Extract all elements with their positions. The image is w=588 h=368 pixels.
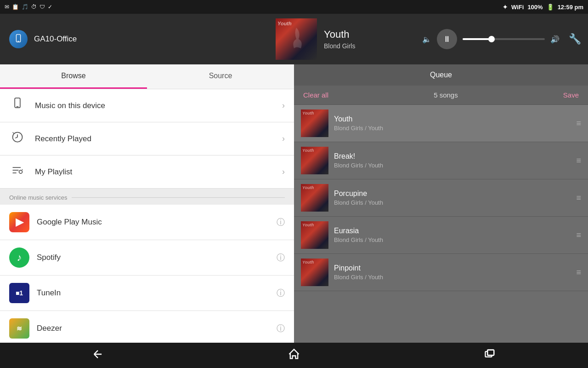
device-label: Music on this device [35, 101, 273, 110]
queue-item-3[interactable]: Youth Eurasia Blond Girls / Youth ≡ [294, 217, 588, 254]
queue-handle-0[interactable]: ≡ [576, 119, 581, 128]
queue-track-info-0: Youth Blond Girls / Youth [334, 115, 571, 132]
playlist-icon [9, 164, 26, 180]
queue-track-sub-2: Blond Girls / Youth [334, 199, 571, 206]
progress-thumb [488, 36, 495, 42]
music-icon: 🎵 [22, 4, 28, 10]
settings-icon[interactable]: 🔧 [569, 33, 581, 45]
queue-track-sub-1: Blond Girls / Youth [334, 162, 571, 169]
timer-icon: ⏱ [31, 4, 37, 10]
track-artist: Blond Girls [324, 42, 355, 50]
queue-track-name-0: Youth [334, 115, 571, 123]
queue-count: 5 songs [434, 91, 458, 99]
service-google-play[interactable]: ▶ Google Play Music ⓘ [0, 205, 294, 240]
deezer-label: Deezer [37, 324, 269, 333]
tunein-icon: ■1 [9, 283, 29, 303]
tab-browse[interactable]: Browse [0, 64, 147, 89]
service-deezer[interactable]: ≋ Deezer ⓘ [0, 311, 294, 343]
check-icon: ✓ [48, 4, 52, 10]
queue-thumb-1: Youth [301, 147, 328, 174]
playlist-label: My Playlist [35, 167, 273, 177]
svg-point-8 [19, 170, 23, 173]
queue-item-4[interactable]: Youth Pinpoint Blond Girls / Youth ≡ [294, 254, 588, 291]
volume-high-icon: 🔊 [550, 35, 560, 44]
deezer-icon: ≋ [9, 318, 29, 339]
back-button[interactable] [82, 344, 113, 367]
online-services-section: Online music services [0, 189, 294, 205]
clear-all-button[interactable]: Clear all [303, 91, 328, 99]
queue-track-sub-3: Blond Girls / Youth [334, 236, 571, 243]
sidebar-item-device[interactable]: Music on this device › [0, 89, 294, 122]
sidebar-item-playlist[interactable]: My Playlist › [0, 155, 294, 189]
divider-line [72, 197, 285, 198]
queue-item-0[interactable]: Youth Youth Blond Girls / Youth ≡ [294, 105, 588, 142]
deezer-info-icon[interactable]: ⓘ [277, 323, 285, 334]
wifi-icon: WiFi [511, 4, 524, 11]
save-queue-button[interactable]: Save [563, 91, 579, 99]
queue-track-name-1: Break! [334, 152, 571, 161]
recent-label: Recently Played [35, 134, 273, 144]
queue-header: Queue [294, 64, 588, 86]
spotify-icon: ♪ [9, 247, 29, 268]
queue-track-name-2: Porcupine [334, 190, 571, 198]
playback-controls[interactable]: 🔈 ⏸ 🔊 [418, 29, 564, 49]
pause-button[interactable]: ⏸ [437, 29, 457, 49]
google-play-info-icon[interactable]: ⓘ [277, 217, 285, 228]
album-art-inner: Youth [276, 18, 317, 60]
mail-icon: ✉ [5, 4, 9, 10]
online-services-label: Online music services [9, 194, 67, 201]
progress-bar[interactable] [463, 38, 545, 40]
status-bar: ✉ 📋 🎵 ⏱ 🛡 ✓ ✦ WiFi 100% 🔋 12:59 pm [0, 0, 588, 14]
recents-button[interactable] [475, 344, 506, 367]
queue-track-sub-0: Blond Girls / Youth [334, 125, 571, 132]
svg-rect-11 [487, 350, 494, 355]
volume-low-icon: 🔈 [422, 35, 431, 44]
queue-actions: Clear all 5 songs Save [294, 86, 588, 105]
queue-thumb-3: Youth [301, 221, 328, 249]
shield-icon: 🛡 [40, 4, 45, 10]
album-art: Youth [276, 18, 317, 60]
progress-fill [463, 38, 492, 40]
service-spotify[interactable]: ♪ Spotify ⓘ [0, 240, 294, 276]
queue-handle-1[interactable]: ≡ [576, 156, 581, 166]
sidebar-item-recent[interactable]: Recently Played › [0, 122, 294, 155]
tunein-label: TuneIn [37, 288, 269, 298]
queue-thumb-2: Youth [301, 184, 328, 212]
queue-item-1[interactable]: Youth Break! Blond Girls / Youth ≡ [294, 142, 588, 179]
now-playing-bar: GA10-Office Youth Youth Blond Girls 🔈 ⏸ … [0, 14, 588, 64]
tunein-info-icon[interactable]: ⓘ [277, 288, 285, 299]
device-info: GA10-Office [0, 30, 271, 48]
sidebar-tabs: Browse Source [0, 64, 294, 89]
device-chevron: › [282, 101, 285, 110]
spotify-label: Spotify [37, 253, 269, 262]
device-music-icon [9, 98, 26, 114]
google-play-icon: ▶ [9, 212, 29, 232]
queue-thumb-4: Youth [301, 259, 328, 286]
service-tunein[interactable]: ■1 TuneIn ⓘ [0, 276, 294, 311]
queue-handle-2[interactable]: ≡ [576, 193, 581, 203]
status-icons: ✉ 📋 🎵 ⏱ 🛡 ✓ [5, 4, 52, 10]
queue-list: Youth Youth Blond Girls / Youth ≡ Youth … [294, 105, 588, 343]
queue-item-2[interactable]: Youth Porcupine Blond Girls / Youth ≡ [294, 179, 588, 217]
recent-chevron: › [282, 134, 285, 144]
battery-icon: 🔋 [547, 4, 554, 11]
tab-source[interactable]: Source [147, 64, 294, 89]
google-play-label: Google Play Music [37, 218, 269, 227]
track-title: Youth [324, 29, 355, 40]
queue-handle-4[interactable]: ≡ [576, 268, 581, 277]
bottom-nav [0, 343, 588, 368]
queue-handle-3[interactable]: ≡ [576, 230, 581, 240]
device-icon [9, 30, 28, 48]
queue-panel: Queue Clear all 5 songs Save Youth Youth… [294, 64, 588, 343]
clipboard-icon: 📋 [12, 4, 19, 10]
queue-track-sub-4: Blond Girls / Youth [334, 274, 571, 281]
clock: 12:59 pm [558, 4, 583, 11]
device-name: GA10-Office [34, 34, 77, 44]
spotify-info-icon[interactable]: ⓘ [277, 252, 285, 263]
queue-track-info-2: Porcupine Blond Girls / Youth [334, 190, 571, 206]
sidebar: Browse Source Music on this device › [0, 64, 294, 343]
queue-track-info-4: Pinpoint Blond Girls / Youth [334, 264, 571, 281]
home-button[interactable] [278, 344, 310, 367]
bluetooth-icon: ✦ [503, 4, 508, 11]
queue-track-info-1: Break! Blond Girls / Youth [334, 152, 571, 169]
